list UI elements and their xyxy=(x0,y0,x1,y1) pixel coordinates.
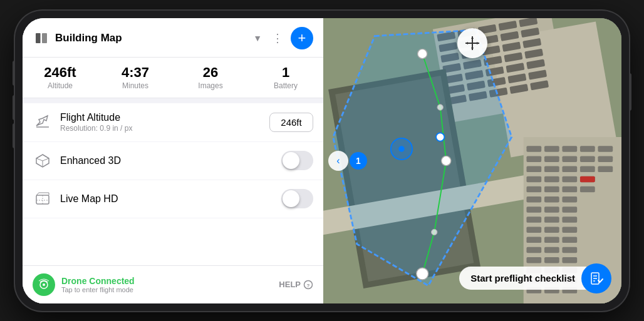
svg-rect-89 xyxy=(544,217,559,223)
svg-rect-88 xyxy=(526,217,541,223)
top-bar: Building Map ▼ ⋮ + xyxy=(23,18,323,58)
stat-battery: 1 Battery xyxy=(248,65,323,90)
stat-minutes-value: 4:37 xyxy=(98,65,173,80)
svg-point-115 xyxy=(437,104,444,110)
preflight-text[interactable]: Start preflight checklist xyxy=(459,267,586,290)
stat-minutes: 4:37 Minutes xyxy=(98,65,173,90)
stat-images-value: 26 xyxy=(173,65,248,80)
svg-rect-112 xyxy=(580,176,595,182)
nav-back-button[interactable]: ‹ xyxy=(328,151,348,171)
drone-connected-icon xyxy=(33,273,55,296)
svg-rect-64 xyxy=(526,156,541,162)
svg-rect-68 xyxy=(598,156,613,162)
svg-rect-66 xyxy=(562,156,577,162)
svg-rect-82 xyxy=(526,196,541,203)
add-button[interactable]: + xyxy=(291,27,313,49)
svg-rect-63 xyxy=(598,146,613,152)
flight-altitude-title: Flight Altitude xyxy=(60,112,262,123)
left-panel: Building Map ▼ ⋮ + 246ft Altitude 4:37 M… xyxy=(23,18,323,303)
svg-rect-80 xyxy=(562,186,577,192)
svg-rect-75 xyxy=(544,176,559,182)
svg-rect-96 xyxy=(562,237,577,243)
stat-altitude: 246ft Altitude xyxy=(23,65,98,90)
nav-waypoint-number: 1 xyxy=(350,152,367,170)
map-title: Building Map xyxy=(55,32,246,44)
preflight-icon-button[interactable] xyxy=(581,263,611,293)
stat-altitude-label: Altitude xyxy=(23,81,98,90)
preflight-bar: Start preflight checklist xyxy=(459,263,611,293)
phone-screen: Building Map ▼ ⋮ + 246ft Altitude 4:37 M… xyxy=(23,18,621,303)
svg-rect-94 xyxy=(526,237,541,243)
stat-images: 26 Images xyxy=(173,65,248,90)
svg-rect-59 xyxy=(526,146,541,152)
svg-rect-91 xyxy=(526,227,541,233)
dropdown-button[interactable]: ▼ xyxy=(251,33,264,43)
svg-rect-70 xyxy=(544,166,559,172)
svg-rect-61 xyxy=(562,146,577,152)
svg-rect-74 xyxy=(526,176,541,182)
enhanced-3d-text: Enhanced 3D xyxy=(60,155,274,166)
move-icon-button[interactable] xyxy=(457,28,487,58)
stat-battery-label: Battery xyxy=(248,81,323,90)
live-map-hd-text: Live Map HD xyxy=(60,193,274,205)
svg-rect-73 xyxy=(598,166,613,172)
stat-minutes-label: Minutes xyxy=(98,81,173,90)
svg-rect-69 xyxy=(526,166,541,172)
svg-rect-76 xyxy=(562,176,577,182)
svg-point-14 xyxy=(43,283,45,286)
svg-rect-0 xyxy=(36,33,41,43)
svg-rect-101 xyxy=(544,257,559,263)
bottom-bar: Drone Connected Tap to enter flight mode… xyxy=(23,265,323,303)
enhanced-3d-title: Enhanced 3D xyxy=(60,155,274,166)
svg-rect-98 xyxy=(544,247,559,253)
svg-rect-65 xyxy=(544,156,559,162)
svg-rect-72 xyxy=(580,166,595,172)
help-button[interactable]: HELP ? xyxy=(279,280,313,290)
phone-frame: Building Map ▼ ⋮ + 246ft Altitude 4:37 M… xyxy=(15,11,629,311)
live-map-hd-toggle[interactable] xyxy=(281,189,313,208)
setting-live-map-hd: Live Map HD xyxy=(23,180,323,218)
enhanced-3d-icon xyxy=(33,151,53,171)
svg-rect-79 xyxy=(544,186,559,192)
svg-rect-81 xyxy=(580,186,595,192)
svg-rect-93 xyxy=(562,227,577,233)
svg-rect-92 xyxy=(544,227,559,233)
svg-rect-62 xyxy=(580,146,595,152)
setting-enhanced-3d: Enhanced 3D xyxy=(23,142,323,180)
flight-altitude-text: Flight Altitude Resolution: 0.9 in / px xyxy=(60,112,262,133)
svg-rect-102 xyxy=(562,257,577,263)
svg-text:?: ? xyxy=(307,283,310,288)
drone-connected-label: Drone Connected xyxy=(61,276,273,286)
svg-rect-84 xyxy=(562,196,577,203)
svg-point-117 xyxy=(431,229,437,235)
svg-rect-90 xyxy=(562,217,577,223)
stat-images-label: Images xyxy=(173,81,248,90)
stat-battery-value: 1 xyxy=(248,65,323,80)
map-book-icon xyxy=(33,29,50,47)
setting-flight-altitude: Flight Altitude Resolution: 0.9 in / px … xyxy=(23,103,323,142)
more-button[interactable]: ⋮ xyxy=(269,31,286,45)
drone-status-text: Drone Connected Tap to enter flight mode xyxy=(61,276,273,293)
settings-area: Flight Altitude Resolution: 0.9 in / px … xyxy=(23,103,323,265)
svg-rect-97 xyxy=(526,247,541,253)
svg-rect-95 xyxy=(544,237,559,243)
svg-rect-99 xyxy=(562,247,577,253)
svg-rect-67 xyxy=(580,156,595,162)
svg-point-114 xyxy=(418,49,427,58)
svg-rect-1 xyxy=(42,33,47,43)
live-map-hd-title: Live Map HD xyxy=(60,193,274,205)
flight-altitude-subtitle: Resolution: 0.9 in / px xyxy=(60,124,262,133)
svg-rect-60 xyxy=(544,146,559,152)
svg-rect-100 xyxy=(526,257,541,263)
svg-point-118 xyxy=(417,268,428,280)
right-map-panel: ‹ 1 Start preflight checklist xyxy=(323,18,621,303)
enhanced-3d-toggle[interactable] xyxy=(281,151,313,170)
svg-rect-7 xyxy=(36,195,49,204)
drone-sub-label: Tap to enter flight mode xyxy=(61,286,273,293)
svg-point-116 xyxy=(442,156,451,165)
svg-rect-78 xyxy=(526,186,541,192)
flight-altitude-value[interactable]: 246ft xyxy=(269,113,313,132)
svg-rect-85 xyxy=(526,206,541,213)
svg-rect-71 xyxy=(562,166,577,172)
flight-altitude-icon xyxy=(33,112,53,132)
